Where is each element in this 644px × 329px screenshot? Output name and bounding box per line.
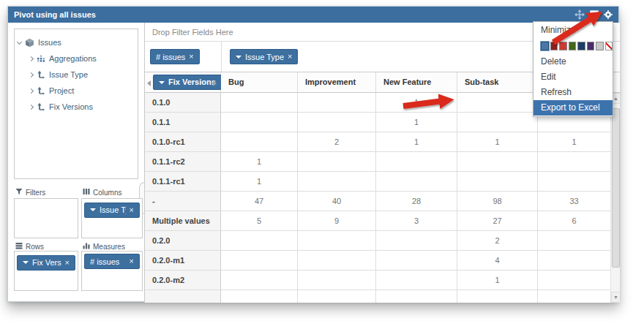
tree-item-issue-type[interactable]: Issue Type — [18, 67, 135, 83]
menu-item-minimize[interactable]: Minimize — [533, 23, 613, 38]
row-label: 0.1.0-rc1 — [145, 132, 221, 152]
pivot-rows-chip[interactable]: Fix Versions — [153, 75, 222, 90]
tree-item-aggregations[interactable]: Aggregations — [18, 50, 135, 67]
chevron-down-icon[interactable] — [159, 81, 165, 84]
cell — [298, 290, 376, 303]
cell: 1 — [376, 113, 457, 132]
measures-chip-issues[interactable]: # issues × — [84, 254, 140, 269]
color-swatch[interactable] — [550, 42, 558, 50]
rows-chip-fix-versions[interactable]: Fix Versi... × — [17, 255, 75, 271]
row-label: - — [145, 192, 221, 211]
remove-icon[interactable]: × — [189, 53, 193, 61]
cell: 1 — [376, 132, 457, 152]
row-label: 0.1.0 — [145, 93, 221, 113]
gear-icon[interactable] — [604, 10, 613, 19]
move-icon[interactable] — [574, 10, 585, 20]
cell — [221, 231, 298, 251]
color-swatch-none[interactable] — [605, 42, 613, 50]
cell: 33 — [538, 192, 610, 211]
cell — [376, 152, 457, 172]
chevron-right-icon[interactable] — [29, 72, 34, 77]
menu-item-edit[interactable]: Edit — [533, 69, 613, 85]
color-swatch[interactable] — [541, 42, 549, 50]
menu-item-refresh[interactable]: Refresh — [533, 85, 613, 100]
pivot-measures-chip[interactable]: # issues × — [150, 49, 200, 64]
table-row: Multiple values 5 9 3 27 6 — [145, 211, 610, 231]
scroll-left-icon[interactable] — [147, 80, 151, 86]
pivot-columns-chip[interactable]: Issue Type × — [230, 49, 298, 64]
cell: 1 — [221, 172, 298, 192]
cell — [538, 152, 610, 172]
remove-icon[interactable]: × — [130, 257, 134, 265]
scroll-right-icon[interactable] — [213, 80, 217, 86]
tree-item-label: Issues — [38, 38, 61, 47]
table-row-partial — [145, 290, 610, 303]
chevron-down-icon[interactable] — [90, 208, 96, 211]
rows-dropzone[interactable]: Fix Versi... × — [14, 251, 78, 291]
columns-chip-issue-type[interactable]: Issue Type × — [84, 203, 140, 218]
cell: 1 — [457, 271, 538, 290]
cell — [376, 271, 457, 290]
cell: 2 — [457, 231, 538, 251]
tree-item-label: Aggregations — [49, 54, 97, 63]
remove-icon[interactable]: × — [288, 53, 292, 61]
scroll-down-icon[interactable]: ▼ — [611, 292, 620, 303]
measures-dropzone[interactable]: # issues × — [81, 251, 143, 291]
cell: 40 — [298, 192, 376, 211]
cell — [376, 172, 457, 192]
cell — [221, 113, 298, 132]
tree-item-project[interactable]: Project — [18, 83, 135, 99]
columns-dropzone[interactable]: Issue Type × — [81, 198, 143, 238]
cell — [457, 152, 538, 172]
chevron-right-icon[interactable] — [29, 88, 34, 93]
row-label: 0.1.1 — [145, 113, 221, 132]
filter-icon — [15, 188, 23, 197]
row-label: 0.1.1-rc2 — [145, 152, 221, 172]
chevron-right-icon[interactable] — [29, 104, 34, 109]
color-swatch[interactable] — [577, 42, 585, 50]
vertical-scrollbar[interactable]: ▲ ▼ — [610, 93, 620, 303]
desktop: { "window": { "title": "Pivot using all … — [0, 0, 644, 329]
cell — [298, 231, 376, 251]
tree-item-issues[interactable]: Issues — [18, 34, 135, 50]
cell — [538, 172, 610, 192]
color-swatch[interactable] — [559, 42, 567, 50]
cell: 27 — [457, 211, 538, 231]
menu-item-delete[interactable]: Delete — [533, 54, 613, 69]
cell — [221, 251, 298, 271]
cell — [538, 290, 610, 303]
maximize-icon[interactable] — [590, 10, 599, 19]
cell — [538, 231, 610, 251]
color-swatch[interactable] — [587, 42, 595, 50]
measures-icon — [83, 242, 90, 251]
color-swatch[interactable] — [596, 42, 604, 50]
chevron-down-icon[interactable] — [17, 39, 22, 44]
measures-panel-label: Measures — [83, 242, 125, 251]
cell — [538, 251, 610, 271]
cell — [298, 251, 376, 271]
tree-item-fix-versions[interactable]: Fix Versions — [18, 99, 135, 115]
filters-dropzone[interactable] — [14, 198, 78, 238]
cell — [221, 132, 298, 152]
color-palette — [533, 38, 613, 54]
cell — [298, 172, 376, 192]
column-header: Bug — [221, 72, 298, 93]
table-row: 0.2.0-m1 4 — [145, 251, 610, 271]
cell: 28 — [376, 192, 457, 211]
cell — [376, 251, 457, 271]
color-swatch[interactable] — [569, 42, 577, 50]
row-label: 0.1.1-rc1 — [145, 172, 221, 192]
chevron-right-icon[interactable] — [29, 56, 34, 61]
filters-panel-label: Filters — [15, 188, 45, 197]
cell — [376, 290, 457, 303]
menu-item-export-to-excel[interactable]: Export to Excel — [533, 100, 613, 116]
scrollbar-thumb[interactable] — [612, 108, 620, 268]
remove-icon[interactable]: × — [65, 259, 70, 267]
table-row: 0.1.1-rc1 1 — [145, 172, 610, 192]
chevron-down-icon[interactable] — [23, 261, 29, 264]
chevron-down-icon[interactable] — [236, 56, 242, 58]
pivot-gadget-window: Pivot using all issues Issues Aggregatio… — [7, 6, 619, 302]
rows-panel-label: Rows — [15, 242, 44, 251]
remove-icon[interactable]: × — [130, 206, 134, 214]
cell: 5 — [221, 211, 298, 231]
